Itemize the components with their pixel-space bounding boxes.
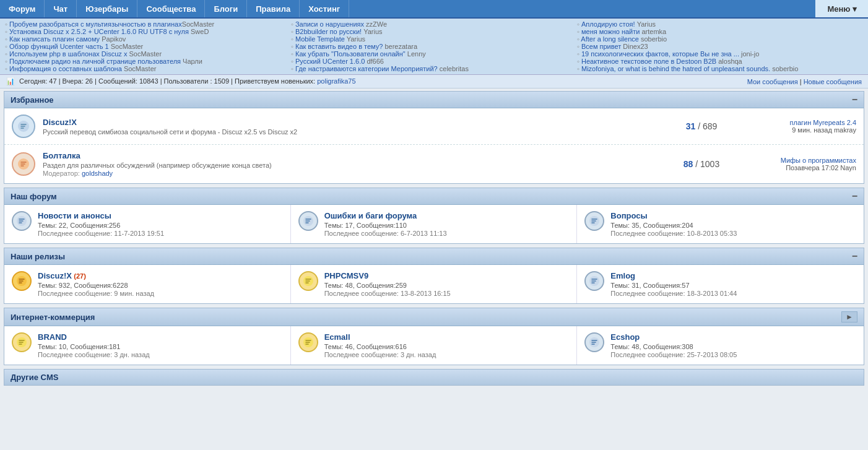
moderator-link[interactable]: goldshady bbox=[82, 170, 113, 177]
cell-title-link[interactable]: Ecshop bbox=[610, 332, 640, 342]
cell-stats: Темы: 10, Сообщения:181 bbox=[38, 343, 150, 350]
forum-icon-gray bbox=[584, 271, 604, 291]
cell-title-link[interactable]: BRAND bbox=[38, 332, 67, 342]
recent-link[interactable]: Обзор функций Ucenter часть 1 bbox=[9, 43, 109, 50]
cell-title-link[interactable]: Discuz!X bbox=[38, 271, 72, 280]
forum-cell-phpcms: PHPCMSV9 Темы: 48, Сообщения:259 Последн… bbox=[291, 265, 578, 303]
nav-forum[interactable]: Форум bbox=[0, 0, 45, 17]
cell-title-link[interactable]: Ошибки и баги форума bbox=[324, 211, 417, 220]
last-post-title-link[interactable]: Мифы о программистах bbox=[732, 157, 856, 164]
cell-last: Последнее сообщение: 10-8-2013 05:33 bbox=[610, 230, 737, 237]
recent-link[interactable]: Неактивное текстовое поле в Destoon B2B bbox=[581, 58, 716, 65]
favorites-title: Избранное bbox=[11, 95, 54, 105]
cell-info: Ошибки и баги форума Темы: 17, Сообщения… bbox=[324, 211, 447, 237]
menu-button[interactable]: Меню ▾ bbox=[815, 0, 868, 17]
stats-icon: 📊 bbox=[6, 77, 15, 85]
cell-stats: Темы: 46, Сообщения:616 bbox=[324, 343, 436, 350]
list-item: ◦ Mobile Template Yarius bbox=[291, 35, 577, 43]
cell-stats: Темы: 932, Сообщения:6228 bbox=[38, 282, 154, 289]
recent-link[interactable]: Как убрать "Пользователи онлайн" bbox=[295, 50, 406, 58]
collapse-our-forum-button[interactable]: − bbox=[852, 191, 857, 201]
forum-desc: Раздел для различных обсуждений (наприме… bbox=[43, 162, 671, 169]
scroll-right-indicator[interactable]: ► bbox=[841, 311, 857, 322]
list-item: ◦ B2bbuilder по русски! Yarius bbox=[291, 28, 577, 35]
recent-link[interactable]: Как вставить видео в тему? bbox=[295, 43, 383, 50]
our-releases-title: Наши релизы bbox=[11, 252, 65, 261]
posts-count: 1003 bbox=[700, 159, 719, 169]
recent-link[interactable]: Всем привет bbox=[581, 43, 621, 50]
forum-stats: 88 / 1003 bbox=[671, 159, 732, 169]
ecommerce-section: Интернет-коммерция ► BRAND Темы: 10, Соо… bbox=[4, 308, 864, 365]
recent-link[interactable]: Где настраиваются категории Мероприятий? bbox=[295, 65, 438, 72]
cell-info: Ecmall Темы: 46, Сообщения:616 Последнее… bbox=[324, 332, 436, 358]
list-item: ◦ After a long silence soberbio bbox=[577, 35, 863, 43]
posts-count: 689 bbox=[703, 121, 717, 131]
recent-link[interactable]: Используем php в шаблонах Discuz x bbox=[9, 50, 127, 58]
list-item: ◦ Установка Discuz x 2.5.2 + UCenter 1.6… bbox=[5, 28, 291, 35]
forum-cell-brand: BRAND Темы: 10, Сообщения:181 Последнее … bbox=[4, 326, 291, 365]
list-item: ◦ Как вставить видео в тему? berezatara bbox=[291, 43, 577, 50]
nav-blogs[interactable]: Блоги bbox=[205, 0, 247, 17]
cell-last: Последнее сообщение: 3 дн. назад bbox=[38, 351, 150, 358]
last-post-time: Позавчера 17:02 Nayn bbox=[786, 164, 856, 171]
cell-last: Последнее сообщение: 13-8-2013 16:15 bbox=[324, 290, 451, 297]
recent-link[interactable]: Mobile Template bbox=[295, 35, 345, 43]
nav-userbars[interactable]: Юзербары bbox=[77, 0, 137, 17]
forum-title-link[interactable]: Болталка bbox=[43, 151, 80, 160]
ecommerce-header: Интернет-коммерция ► bbox=[4, 308, 864, 326]
recent-link[interactable]: Информация о составных шаблона bbox=[9, 65, 122, 72]
cell-info: Новости и анонсы Темы: 22, Сообщения:256… bbox=[38, 211, 164, 237]
recent-col-1: ◦ Пробуем разобраться с мультиязычностью… bbox=[5, 20, 291, 72]
cell-info: PHPCMSV9 Темы: 48, Сообщения:259 Последн… bbox=[324, 271, 451, 297]
list-item: ◦ Подключаем радио на личной странице по… bbox=[5, 58, 291, 65]
nav-rules[interactable]: Правила bbox=[247, 0, 300, 17]
our-releases-header: Наши релизы − bbox=[4, 248, 864, 265]
my-messages-link[interactable]: Мои сообщения bbox=[747, 78, 798, 85]
forum-icon bbox=[12, 115, 35, 138]
recent-link[interactable]: After a long silence bbox=[581, 35, 639, 43]
recent-link[interactable]: меня можно найти bbox=[581, 28, 640, 35]
cell-title-link[interactable]: Новости и анонсы bbox=[38, 211, 111, 220]
favorites-section: Избранное − Discuz!X Русский перевод сим… bbox=[4, 91, 864, 184]
cell-title-link[interactable]: Ecmall bbox=[324, 332, 350, 342]
forum-info: Болталка Раздел для различных обсуждений… bbox=[43, 151, 671, 177]
collapse-releases-button[interactable]: − bbox=[852, 251, 857, 261]
forum-cell-ecmall: Ecmall Темы: 46, Сообщения:616 Последнее… bbox=[291, 326, 578, 365]
forum-info: Discuz!X Русский перевод симбиоза социал… bbox=[43, 118, 671, 136]
recent-link[interactable]: 19 психологических фактов, которые Вы не… bbox=[581, 50, 739, 58]
list-item: ◦ Пробуем разобраться с мультиязычностью… bbox=[5, 20, 291, 28]
cell-last: Последнее сообщение: 18-3-2013 01:44 bbox=[610, 290, 737, 297]
new-messages-link[interactable]: Новые сообщения bbox=[804, 78, 862, 85]
topics-count-link[interactable]: 88 bbox=[684, 159, 693, 169]
recent-link[interactable]: Пробуем разобраться с мультиязычностью в… bbox=[9, 20, 182, 28]
cell-info: Discuz!X (27) Темы: 932, Сообщения:6228 … bbox=[38, 271, 154, 297]
forum-title-link[interactable]: Discuz!X bbox=[43, 118, 77, 127]
forum-cell-ecshop: Ecshop Темы: 48, Сообщения:308 Последнее… bbox=[577, 326, 864, 365]
nav-chat[interactable]: Чат bbox=[45, 0, 77, 17]
favorites-header: Избранное − bbox=[4, 92, 864, 108]
nav-communities[interactable]: Сообщества bbox=[137, 0, 205, 17]
list-item: ◦ Как написать плагин самому Papikov bbox=[5, 35, 291, 43]
recent-link[interactable]: Установка Discuz x 2.5.2 + UCenter 1.6.0… bbox=[9, 28, 189, 35]
forum-icon bbox=[12, 211, 32, 231]
nav-hosting[interactable]: Хостинг bbox=[300, 0, 349, 17]
recent-link[interactable]: Как написать плагин самому bbox=[9, 35, 100, 43]
our-forum-section: Наш форум − Новости и анонсы Темы: 22, С… bbox=[4, 188, 864, 244]
list-item: ◦ Обзор функций Ucenter часть 1 SocMaste… bbox=[5, 43, 291, 50]
welcome-user-link[interactable]: poligrafika75 bbox=[317, 77, 355, 85]
cell-title-link[interactable]: Emlog bbox=[610, 271, 635, 280]
recent-link[interactable]: Аплодирую стоя! bbox=[581, 20, 635, 28]
recent-link[interactable]: Подключаем радио на личной странице поль… bbox=[9, 58, 181, 65]
forum-moderator: Модератор: goldshady bbox=[43, 170, 671, 177]
cell-info: Emlog Темы: 31, Сообщения:57 Последнее с… bbox=[610, 271, 737, 297]
recent-link[interactable]: Записи о нарушениях bbox=[295, 20, 364, 28]
recent-link[interactable]: Mizofoniya, or what is behind the hatred… bbox=[581, 65, 770, 72]
cell-title-link[interactable]: PHPCMSV9 bbox=[324, 271, 369, 280]
last-post-title-link[interactable]: плагин Myrepeats 2.4 bbox=[732, 119, 856, 126]
topics-count-link[interactable]: 31 bbox=[686, 121, 696, 131]
recent-link[interactable]: B2bbuilder по русски! bbox=[295, 28, 362, 35]
recent-link[interactable]: Русский UCenter 1.6.0 bbox=[295, 58, 365, 65]
list-item: ◦ Аплодирую стоя! Yarius bbox=[577, 20, 863, 28]
collapse-favorites-button[interactable]: − bbox=[852, 95, 857, 105]
cell-title-link[interactable]: Вопросы bbox=[610, 211, 647, 220]
